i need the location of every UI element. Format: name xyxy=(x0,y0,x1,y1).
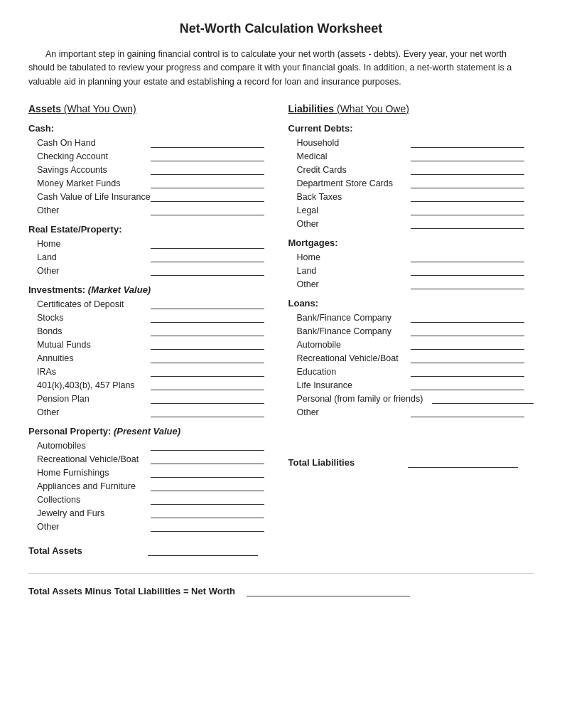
field-label: Bonds xyxy=(37,326,151,336)
field-label: Stocks xyxy=(37,313,151,323)
field-label: Cash On Hand xyxy=(37,138,151,148)
field-label: Home xyxy=(37,239,151,249)
field-input[interactable] xyxy=(411,406,524,417)
field-input[interactable] xyxy=(151,177,264,188)
field-label: Legal xyxy=(297,205,411,215)
field-input[interactable] xyxy=(151,237,264,249)
field-label: Other xyxy=(37,205,151,215)
field-row: Medical xyxy=(288,150,534,161)
investments-header: Investments: (Market Value) xyxy=(28,284,274,295)
field-row: Home xyxy=(28,237,274,249)
field-label: Home Furnishings xyxy=(37,468,151,478)
field-input[interactable] xyxy=(151,507,264,518)
field-input[interactable] xyxy=(411,264,524,276)
field-input[interactable] xyxy=(151,453,264,464)
field-row: Recreational Vehicle/Boat xyxy=(288,352,534,363)
total-assets-line[interactable] xyxy=(148,545,258,556)
page-title: Net-Worth Calculation Worksheet xyxy=(28,21,534,36)
field-label: Other xyxy=(297,279,411,289)
loans-header: Loans: xyxy=(288,298,534,309)
field-input[interactable] xyxy=(151,466,264,478)
net-worth-input[interactable] xyxy=(247,585,410,596)
field-input[interactable] xyxy=(411,251,524,262)
real-estate-header: Real Estate/Property: xyxy=(28,224,274,235)
field-row: 401(k),403(b), 457 Plans xyxy=(28,379,274,390)
field-input[interactable] xyxy=(411,278,524,289)
field-input[interactable] xyxy=(151,264,264,276)
field-input[interactable] xyxy=(411,218,524,229)
field-row: Cash Value of Life Insurance xyxy=(28,191,274,202)
field-label: Certificates of Deposit xyxy=(37,299,151,309)
field-input[interactable] xyxy=(411,150,524,161)
field-input[interactable] xyxy=(411,136,524,148)
field-input[interactable] xyxy=(151,191,264,202)
total-liabilities-label: Total Liabilities xyxy=(288,457,402,468)
field-input[interactable] xyxy=(151,520,264,532)
field-label: Bank/Finance Company xyxy=(297,313,411,323)
total-liabilities-row: Total Liabilities xyxy=(288,456,534,468)
field-input[interactable] xyxy=(411,311,524,323)
field-label: Bank/Finance Company xyxy=(297,326,411,336)
field-label: Checking Account xyxy=(37,151,151,161)
field-input[interactable] xyxy=(411,191,524,202)
field-label: Other xyxy=(297,219,411,229)
field-input[interactable] xyxy=(151,136,264,148)
total-liabilities-line[interactable] xyxy=(408,456,518,468)
net-worth-section: Total Assets Minus Total Liabilities = N… xyxy=(28,573,534,596)
field-label: Other xyxy=(297,407,411,417)
field-label: Automobile xyxy=(297,340,411,350)
field-row: Money Market Funds xyxy=(28,177,274,188)
field-row: Savings Accounts xyxy=(28,164,274,175)
field-row: Automobiles xyxy=(28,439,274,451)
field-input[interactable] xyxy=(151,164,264,175)
liabilities-header: Liabilities (What You Owe) xyxy=(288,103,534,114)
field-row: Department Store Cards xyxy=(288,177,534,188)
current-debts-header: Current Debts: xyxy=(288,123,534,134)
field-input[interactable] xyxy=(151,406,264,417)
field-input[interactable] xyxy=(432,392,534,404)
field-input[interactable] xyxy=(151,204,264,215)
field-input[interactable] xyxy=(411,325,524,336)
field-label: Household xyxy=(297,138,411,148)
field-label: 401(k),403(b), 457 Plans xyxy=(37,380,151,390)
field-input[interactable] xyxy=(151,365,264,377)
field-input[interactable] xyxy=(151,150,264,161)
field-row: Land xyxy=(28,251,274,262)
field-input[interactable] xyxy=(411,338,524,350)
field-label: Money Market Funds xyxy=(37,178,151,188)
field-row: Home Furnishings xyxy=(28,466,274,478)
field-input[interactable] xyxy=(411,204,524,215)
field-input[interactable] xyxy=(151,325,264,336)
field-label: Automobiles xyxy=(37,441,151,451)
field-input[interactable] xyxy=(151,251,264,262)
field-row: Collections xyxy=(28,493,274,505)
field-row: Pension Plan xyxy=(28,392,274,404)
field-row: Other xyxy=(28,520,274,532)
field-row: Cash On Hand xyxy=(28,136,274,148)
field-label: IRAs xyxy=(37,367,151,377)
field-row: Other xyxy=(288,218,534,229)
field-input[interactable] xyxy=(151,298,264,309)
field-input[interactable] xyxy=(151,480,264,491)
field-label: Home xyxy=(297,252,411,262)
field-input[interactable] xyxy=(411,379,524,390)
field-input[interactable] xyxy=(151,338,264,350)
field-input[interactable] xyxy=(151,439,264,451)
field-input[interactable] xyxy=(151,352,264,363)
field-row: Legal xyxy=(288,204,534,215)
field-input[interactable] xyxy=(151,311,264,323)
field-input[interactable] xyxy=(411,164,524,175)
field-label: Personal (from family or friends) xyxy=(297,394,432,404)
field-input[interactable] xyxy=(411,177,524,188)
field-row: Life Insurance xyxy=(288,379,534,390)
field-input[interactable] xyxy=(151,493,264,505)
field-input[interactable] xyxy=(151,379,264,390)
field-label: Collections xyxy=(37,495,151,505)
field-label: Land xyxy=(37,252,151,262)
field-row: Other xyxy=(28,204,274,215)
field-label: Other xyxy=(37,522,151,532)
field-row: Land xyxy=(288,264,534,276)
field-input[interactable] xyxy=(411,365,524,377)
field-input[interactable] xyxy=(151,392,264,404)
field-input[interactable] xyxy=(411,352,524,363)
